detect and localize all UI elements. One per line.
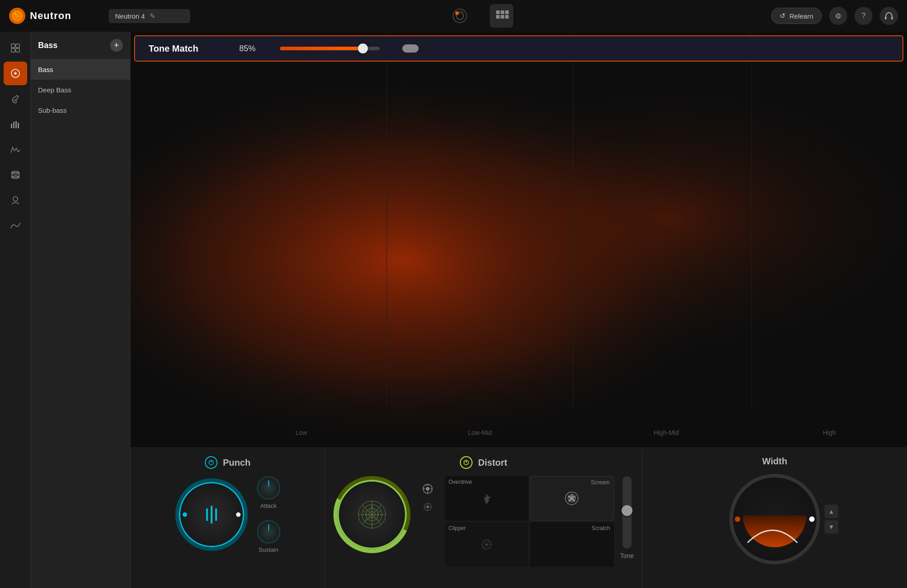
- svg-rect-16: [16, 44, 19, 48]
- svg-text:High-Mid: High-Mid: [654, 429, 679, 436]
- sidebar-item-transient[interactable]: [4, 138, 27, 161]
- svg-rect-15: [11, 44, 15, 48]
- preset-name: Neutron 4: [115, 12, 145, 20]
- svg-rect-7: [496, 10, 500, 14]
- tone-match-label: Tone Match: [149, 43, 221, 54]
- width-up-button[interactable]: ▲: [825, 505, 838, 518]
- width-main-knob[interactable]: [729, 474, 820, 564]
- svg-rect-9: [505, 10, 509, 14]
- punch-knob-dot-right: [236, 512, 241, 517]
- clipper-label: Clipper: [449, 525, 466, 531]
- width-module: Width ▲ ▼: [642, 448, 907, 588]
- logo-area: Neutron: [9, 8, 100, 24]
- instrument-item-sub-bass[interactable]: Sub-bass: [31, 100, 130, 120]
- width-knob-dot-left: [735, 516, 740, 522]
- punch-controls: Attack Sustain: [175, 476, 280, 553]
- visual-icon-btn[interactable]: [448, 4, 472, 28]
- sustain-knob[interactable]: [257, 520, 280, 544]
- svg-rect-25: [15, 121, 17, 128]
- svg-rect-26: [18, 123, 19, 128]
- svg-rect-18: [16, 48, 19, 52]
- tone-slider[interactable]: [622, 476, 632, 549]
- sidebar-item-guitar[interactable]: [4, 87, 27, 111]
- distort-cell-scream[interactable]: Scream: [530, 476, 613, 521]
- tone-match-percent: 85%: [239, 44, 262, 53]
- distort-grid: Overdrive Scream: [445, 476, 614, 567]
- attack-knob-indicator: [268, 480, 269, 487]
- svg-rect-8: [501, 10, 504, 14]
- svg-point-55: [426, 487, 429, 491]
- grid-icon-btn[interactable]: [490, 4, 513, 28]
- width-knob-container: ▲ ▼: [729, 474, 820, 564]
- svg-text:Low-Mid: Low-Mid: [468, 429, 492, 436]
- add-instrument-button[interactable]: +: [110, 39, 123, 52]
- tone-slider-area: Tone: [620, 476, 634, 559]
- sidebar-item-eq[interactable]: [4, 62, 27, 85]
- content-area: Tone Match 85%: [130, 32, 907, 588]
- tone-match-thumb[interactable]: [358, 43, 368, 53]
- distort-selector[interactable]: [417, 476, 439, 520]
- help-button[interactable]: ?: [854, 7, 873, 25]
- svg-rect-17: [11, 48, 15, 52]
- attack-control: Attack: [257, 476, 280, 509]
- sidebar-item-dynamics[interactable]: [4, 112, 27, 136]
- preset-area[interactable]: Neutron 4 ✎: [109, 9, 190, 23]
- sustain-control: Sustain: [257, 520, 280, 553]
- distort-module: Distort: [325, 448, 642, 588]
- tone-match-toggle[interactable]: [402, 44, 419, 53]
- width-down-button[interactable]: ▼: [825, 520, 838, 534]
- punch-knob-dot-left: [183, 512, 187, 517]
- relearn-button[interactable]: ↺ Relearn: [771, 8, 822, 24]
- edit-icon[interactable]: ✎: [150, 12, 155, 20]
- svg-point-21: [14, 72, 16, 74]
- punch-main-knob[interactable]: [175, 478, 248, 551]
- svg-rect-10: [496, 15, 500, 19]
- svg-point-61: [426, 506, 429, 508]
- instrument-panel-title: Bass: [38, 41, 58, 50]
- sustain-knob-indicator: [268, 524, 269, 530]
- svg-rect-13: [885, 17, 887, 19]
- sidebar: [0, 32, 31, 588]
- punch-knob-lines: [206, 506, 217, 524]
- settings-button[interactable]: ⚙: [829, 7, 847, 25]
- sidebar-item-mix[interactable]: [4, 36, 27, 60]
- attack-knob[interactable]: [257, 476, 280, 500]
- scream-label: Scream: [591, 479, 609, 486]
- distort-lime-arc: [323, 465, 421, 564]
- scratch-label: Scratch: [592, 525, 610, 531]
- distort-cell-overdrive[interactable]: Overdrive: [445, 476, 528, 521]
- tone-match-track: [280, 47, 380, 50]
- svg-rect-12: [505, 15, 509, 19]
- distort-selector-icon-bottom: [421, 501, 434, 513]
- distort-selector-icon-top: [421, 482, 434, 495]
- knob-line-1: [206, 508, 208, 521]
- sidebar-item-spectrum[interactable]: [4, 214, 27, 237]
- distort-knob-area: [333, 476, 410, 553]
- distort-main-knob[interactable]: [333, 476, 410, 553]
- tone-match-bar: Tone Match 85%: [134, 35, 903, 62]
- tone-match-slider[interactable]: [280, 44, 380, 53]
- tone-match-fill: [280, 47, 365, 50]
- overdrive-icon: [480, 492, 493, 505]
- sidebar-item-drums[interactable]: [4, 163, 27, 187]
- clipper-icon: [480, 538, 493, 551]
- attack-label: Attack: [260, 502, 276, 509]
- instrument-item-deep-bass[interactable]: Deep Bass: [31, 80, 130, 100]
- distort-cell-clipper[interactable]: Clipper: [445, 522, 528, 567]
- punch-toggle[interactable]: [205, 456, 217, 469]
- distort-content: Overdrive Scream: [333, 476, 634, 567]
- spectrum-svg: Low Low-Mid High-Mid High: [130, 32, 907, 448]
- distort-cell-scratch[interactable]: Scratch: [530, 522, 613, 567]
- sustain-label: Sustain: [259, 546, 278, 553]
- instrument-list: Bass Deep Bass Sub-bass: [31, 59, 130, 120]
- headphones-button[interactable]: [880, 7, 898, 25]
- distort-module-header: Distort: [333, 456, 634, 469]
- sidebar-item-voice[interactable]: [4, 188, 27, 212]
- bottom-modules: Punch: [130, 448, 907, 588]
- width-knob-dot-right: [809, 516, 815, 522]
- distort-toggle[interactable]: [460, 456, 473, 469]
- svg-rect-14: [891, 17, 893, 19]
- instrument-item-bass[interactable]: Bass: [31, 59, 130, 80]
- tone-slider-thumb[interactable]: [622, 505, 632, 516]
- svg-point-3: [453, 9, 467, 23]
